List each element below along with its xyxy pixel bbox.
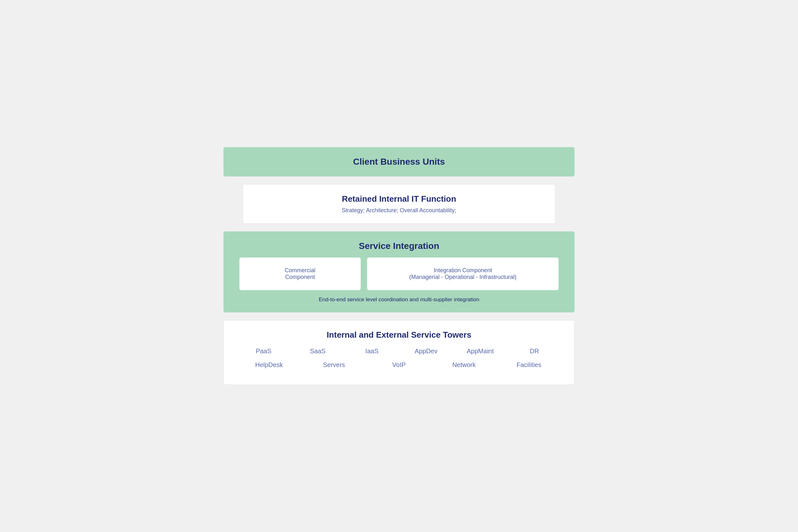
tower-servers: Servers (302, 361, 367, 368)
tower-network: Network (432, 361, 497, 368)
service-integration-section: Service Integration CommercialComponent … (224, 231, 574, 312)
service-towers-section: Internal and External Service Towers Paa… (224, 320, 574, 385)
towers-row-1: PaaS SaaS IaaS AppDev AppMaint DR (236, 347, 562, 355)
commercial-component-label: CommercialComponent (285, 267, 316, 281)
service-integration-description: End-to-end service level coordination an… (319, 297, 479, 303)
retained-it-title: Retained Internal IT Function (256, 194, 542, 204)
client-business-units-section: Client Business Units (224, 147, 574, 176)
tower-iaas: IaaS (345, 347, 399, 355)
commercial-component-box: CommercialComponent (240, 258, 361, 290)
tower-facilities: Facilities (496, 361, 562, 368)
integration-component-box: Integration Component(Managerial - Opera… (367, 258, 558, 290)
retained-it-subtitle: Strategy; Architecture; Overall Accounta… (256, 207, 542, 214)
components-row: CommercialComponent Integration Componen… (236, 258, 562, 290)
tower-voip: VoIP (366, 361, 432, 368)
tower-helpdesk: HelpDesk (236, 361, 302, 368)
tower-paas: PaaS (236, 347, 291, 355)
diagram-container: Client Business Units Retained Internal … (224, 147, 574, 385)
service-integration-title: Service Integration (359, 241, 439, 251)
service-towers-title: Internal and External Service Towers (236, 330, 562, 340)
integration-component-label: Integration Component(Managerial - Opera… (409, 267, 516, 281)
tower-saas: SaaS (291, 347, 345, 355)
tower-appmaint: AppMaint (453, 347, 508, 355)
tower-dr: DR (507, 347, 562, 355)
towers-row-2: HelpDesk Servers VoIP Network Facilities (236, 361, 562, 368)
client-business-units-title: Client Business Units (353, 157, 445, 167)
retained-it-section: Retained Internal IT Function Strategy; … (243, 184, 555, 224)
tower-appdev: AppDev (399, 347, 453, 355)
